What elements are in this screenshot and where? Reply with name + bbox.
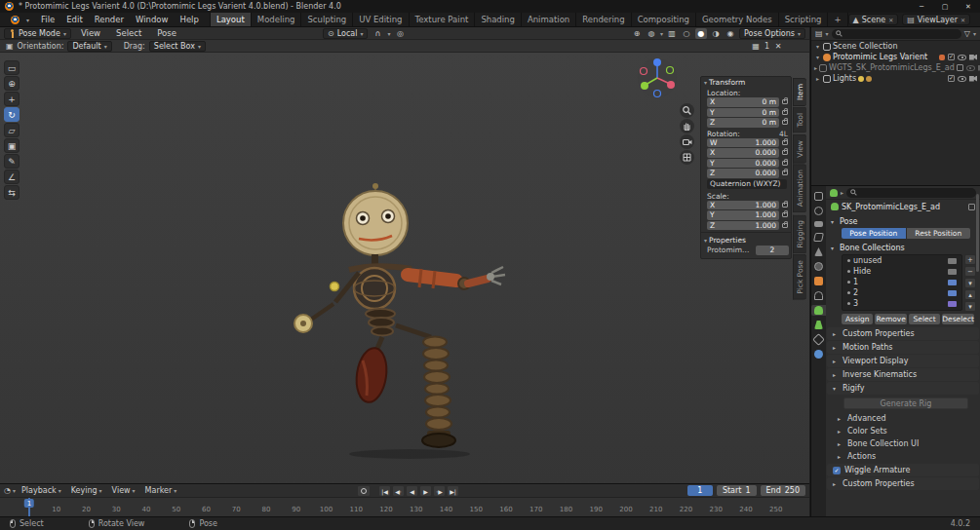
scene-selector[interactable]: ▲ Scene ✕	[848, 14, 899, 25]
hide-eye-icon[interactable]	[966, 65, 975, 71]
rotation-w-field[interactable]: W1.000	[707, 138, 779, 148]
outliner-row-lights[interactable]: ▸ Lights	[811, 73, 980, 84]
gizmo-toggle-icon[interactable]: ⊕	[631, 28, 643, 39]
custom-prop-field[interactable]: 2	[756, 246, 789, 255]
jump-to-start-button[interactable]: |◀	[378, 485, 391, 497]
tab-scene[interactable]	[811, 246, 826, 257]
rigify-panel-header[interactable]: ▾ Rigify	[827, 382, 979, 395]
tab-output[interactable]	[811, 220, 826, 228]
play-button[interactable]: ▶	[419, 485, 432, 497]
overlays-toggle-icon[interactable]: ◍	[646, 28, 657, 39]
collection-row-3[interactable]: 3	[843, 298, 961, 309]
inverse-kinematics-panel[interactable]: ▸ Inverse Kinematics	[827, 368, 979, 381]
current-frame-marker[interactable]: 1	[24, 499, 34, 508]
remove-button[interactable]: Remove	[875, 314, 906, 324]
menu-file[interactable]: File	[35, 13, 60, 26]
transform-tool[interactable]: ▣	[4, 138, 20, 153]
scale-y-field[interactable]: Y1.000	[707, 210, 779, 220]
tab-render[interactable]	[811, 206, 826, 216]
custom-properties-panel[interactable]: ▸ Custom Properties	[827, 327, 979, 340]
tab-compositing[interactable]: Compositing	[632, 13, 696, 26]
tab-texture-paint[interactable]: Texture Paint	[410, 13, 476, 26]
view-layer-selector[interactable]: ▤ ViewLayer ✕	[902, 14, 970, 25]
viewport-canvas[interactable]: ▭ ⊕ + ↻ ▱ ▣ ✎ ∠ ⇆	[0, 53, 809, 483]
play-reverse-button[interactable]: ◀	[406, 485, 418, 497]
tab-object[interactable]	[811, 276, 826, 286]
expand-icon[interactable]: ▸	[814, 64, 817, 71]
next-keyframe-button[interactable]: ·▶	[433, 485, 446, 497]
unlink-scene-icon[interactable]: ✕	[888, 17, 893, 23]
selectable-checkbox[interactable]	[948, 75, 955, 82]
lock-icon[interactable]	[782, 110, 788, 115]
end-frame-field[interactable]: End 250	[761, 485, 805, 496]
tab-geometry-nodes[interactable]: Geometry Nodes	[696, 13, 779, 26]
breakdowner-tool[interactable]: ⇆	[4, 185, 20, 200]
custom-properties-panel-2[interactable]: ▸ Custom Properties	[827, 477, 979, 490]
playback-menu[interactable]: Playback▾	[18, 486, 65, 495]
expand-icon[interactable]: ▸	[814, 75, 821, 82]
xray-toggle-icon[interactable]: ▥	[666, 28, 678, 39]
pin-id-icon[interactable]	[968, 204, 975, 210]
n-tab-pick-pose[interactable]: Pick Pose	[793, 254, 806, 300]
jump-to-end-button[interactable]: ▶|	[447, 485, 459, 497]
properties-search-input[interactable]	[846, 188, 976, 198]
snap-magnet-icon[interactable]: ∩	[372, 28, 383, 39]
outliner-display-mode-icon[interactable]: ▤	[815, 29, 823, 38]
actions-panel[interactable]: ▸ Actions	[826, 450, 980, 463]
location-x-field[interactable]: X0 m	[707, 97, 779, 107]
selectable-checkbox[interactable]	[948, 54, 955, 60]
filter-icon[interactable]: ▽	[964, 29, 970, 38]
tab-object-data[interactable]	[811, 305, 826, 316]
overlays-dropdown-icon[interactable]: ▾	[660, 30, 663, 37]
zoom-button[interactable]	[680, 103, 694, 118]
add-workspace-button[interactable]: +	[828, 13, 847, 26]
properties-scrollbar[interactable]	[976, 194, 979, 272]
viewport-menu-view[interactable]: View	[75, 27, 106, 39]
current-frame-field[interactable]: 1	[687, 485, 713, 496]
bone-collections-header[interactable]: ▾ Bone Collections	[826, 242, 980, 253]
collection-index-field[interactable]: 1	[764, 42, 769, 51]
render-camera-icon[interactable]	[969, 76, 977, 82]
lock-icon[interactable]	[782, 161, 788, 166]
menu-help[interactable]: Help	[175, 13, 205, 26]
camera-view-button[interactable]	[680, 134, 694, 149]
shading-wireframe-icon[interactable]: ○	[681, 28, 692, 39]
snap-dropdown-icon[interactable]: ▾	[387, 30, 390, 37]
assign-button[interactable]: Assign	[842, 314, 873, 324]
select-box-tool[interactable]: ▭	[4, 60, 20, 75]
location-y-field[interactable]: Y0 m	[707, 108, 779, 118]
properties-panel-header[interactable]: ▾ Properties	[701, 235, 791, 246]
n-tab-item[interactable]: Item	[793, 78, 806, 106]
wiggle-armature-checkbox[interactable]: ✓	[833, 467, 841, 474]
lock-icon[interactable]	[782, 140, 788, 145]
timeline-ruler[interactable]: 1020304050607080901001101201301401501601…	[0, 498, 809, 516]
perspective-grid-button[interactable]	[680, 150, 694, 165]
tab-sculpting[interactable]: Sculpting	[301, 13, 353, 26]
visibility-icon[interactable]	[948, 258, 957, 264]
scale-z-field[interactable]: Z1.000	[707, 221, 779, 231]
collection-row-1[interactable]: 1	[843, 277, 961, 287]
tab-physics[interactable]	[811, 349, 826, 360]
n-tab-animation[interactable]: Animation	[793, 164, 806, 212]
keying-menu[interactable]: Keying▾	[67, 486, 106, 495]
pose-section-header[interactable]: ▾ Pose	[826, 215, 980, 227]
lock-icon[interactable]	[782, 203, 788, 208]
id-block-row[interactable]: SK_ProtomimicLegs_E_ad	[826, 200, 980, 213]
tab-scripting[interactable]: Scripting	[779, 13, 829, 26]
editor-type-clock-icon[interactable]: ◔	[4, 486, 11, 495]
tab-shading[interactable]: Shading	[475, 13, 522, 26]
visibility-icon[interactable]	[948, 269, 957, 275]
outliner-row-armature[interactable]: ▾ Protomimic Legs Varient	[811, 52, 980, 62]
outliner-search-input[interactable]	[832, 29, 961, 39]
selectable-checkbox[interactable]	[957, 64, 963, 71]
add-collection-button[interactable]: +	[964, 254, 976, 265]
viewport-menu-select[interactable]: Select	[110, 27, 147, 39]
move-down-button[interactable]: ▾	[964, 301, 976, 312]
shading-solid-icon[interactable]: ●	[695, 28, 707, 39]
auto-keying-toggle[interactable]	[357, 485, 371, 497]
pose-options-dropdown[interactable]: Pose Options ▾	[739, 28, 805, 39]
render-camera-icon[interactable]	[969, 55, 977, 60]
location-z-field[interactable]: Z0 m	[707, 118, 779, 128]
visibility-icon[interactable]	[948, 280, 957, 285]
remove-view-layer-icon[interactable]: ✕	[960, 17, 965, 23]
